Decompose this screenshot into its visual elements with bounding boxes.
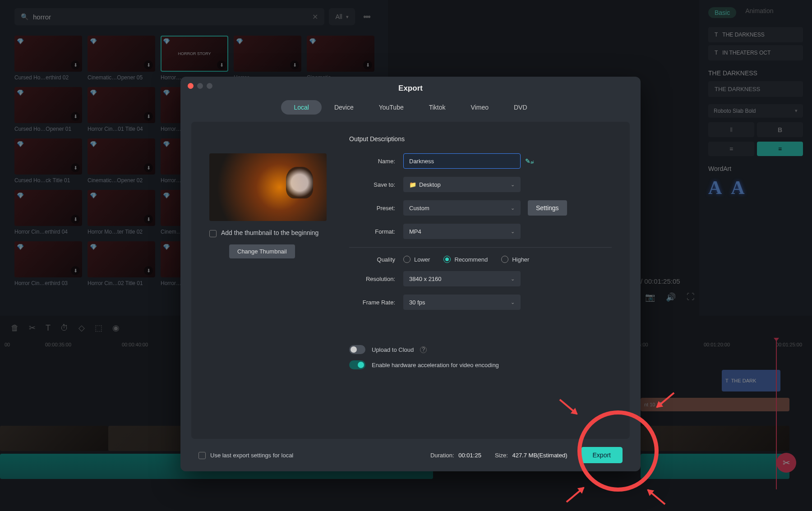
resolution-dropdown[interactable]: 3840 x 2160 ⌄	[403, 271, 521, 286]
help-icon[interactable]: ?	[420, 346, 427, 353]
format-dropdown[interactable]: MP4 ⌄	[403, 224, 521, 239]
saveto-value: Desktop	[419, 181, 441, 188]
folder-icon: 📁	[409, 181, 416, 188]
export-tab-vimeo[interactable]: Vimeo	[458, 100, 501, 115]
chevron-down-icon: ⌄	[511, 229, 515, 235]
window-controls	[188, 83, 212, 89]
quality-recommend-radio[interactable]: Recommend	[443, 256, 488, 263]
radio-label: Recommend	[454, 256, 488, 263]
quality-label: Quality	[349, 256, 403, 263]
hw-accel-label: Enable hardware acceleration for video e…	[372, 362, 499, 368]
resolution-label: Resolution:	[349, 276, 403, 282]
saveto-dropdown[interactable]: 📁Desktop ⌄	[403, 177, 521, 192]
add-thumbnail-checkbox[interactable]	[209, 230, 217, 237]
duration-info: Duration: 00:01:25	[430, 452, 481, 459]
export-tabs: LocalDeviceYouTubeTiktokVimeoDVD	[180, 100, 641, 122]
add-thumbnail-label: Add the thumbnail to the beginning	[221, 229, 318, 236]
quality-higher-radio[interactable]: Higher	[501, 256, 529, 263]
export-tab-tiktok[interactable]: Tiktok	[416, 100, 458, 115]
radio-icon	[403, 256, 411, 263]
radio-label: Higher	[512, 256, 529, 263]
close-window-button[interactable]	[188, 83, 194, 89]
name-input[interactable]	[403, 153, 521, 169]
quality-lower-radio[interactable]: Lower	[403, 256, 430, 263]
maximize-window-button[interactable]	[207, 83, 212, 89]
dialog-title: Export	[180, 77, 641, 100]
export-tab-device[interactable]: Device	[322, 100, 366, 115]
export-tab-local[interactable]: Local	[281, 100, 321, 115]
output-descriptions-heading: Output Descriptions	[349, 135, 612, 143]
ai-rename-icon[interactable]: ✎ₐᵢ	[525, 157, 534, 165]
radio-label: Lower	[414, 256, 430, 263]
thumbnail-preview	[209, 153, 327, 221]
chevron-down-icon: ⌄	[511, 276, 515, 282]
radio-icon	[501, 256, 508, 263]
export-tab-youtube[interactable]: YouTube	[366, 100, 416, 115]
saveto-label: Save to:	[349, 181, 403, 188]
radio-icon	[443, 256, 451, 263]
size-info: Size: 427.7 MB(Estimated)	[495, 452, 567, 459]
export-dialog: Export LocalDeviceYouTubeTiktokVimeoDVD …	[180, 77, 641, 471]
name-text-field[interactable]	[409, 158, 515, 165]
export-button[interactable]: Export	[581, 447, 623, 463]
preset-settings-button[interactable]: Settings	[528, 200, 567, 216]
format-label: Format:	[349, 228, 403, 235]
framerate-label: Frame Rate:	[349, 299, 403, 306]
hw-accel-toggle[interactable]	[349, 360, 365, 369]
divider	[349, 247, 612, 248]
chevron-down-icon: ⌄	[511, 205, 515, 211]
minimize-window-button[interactable]	[197, 83, 203, 89]
upload-cloud-toggle[interactable]	[349, 345, 365, 354]
framerate-value: 30 fps	[409, 299, 425, 306]
name-label: Name:	[349, 158, 403, 165]
upload-cloud-label: Upload to Cloud	[372, 346, 414, 353]
use-last-settings-label: Use last export settings for local	[210, 452, 293, 459]
preset-dropdown[interactable]: Custom ⌄	[403, 200, 521, 216]
use-last-settings-checkbox[interactable]	[198, 452, 206, 459]
format-value: MP4	[409, 228, 421, 235]
preset-label: Preset:	[349, 205, 403, 212]
preset-value: Custom	[409, 205, 429, 212]
change-thumbnail-button[interactable]: Change Thumbnail	[229, 244, 295, 258]
framerate-dropdown[interactable]: 30 fps ⌄	[403, 295, 521, 310]
export-tab-dvd[interactable]: DVD	[501, 100, 540, 115]
resolution-value: 3840 x 2160	[409, 276, 442, 282]
chevron-down-icon: ⌄	[511, 299, 515, 305]
chevron-down-icon: ⌄	[511, 182, 515, 188]
